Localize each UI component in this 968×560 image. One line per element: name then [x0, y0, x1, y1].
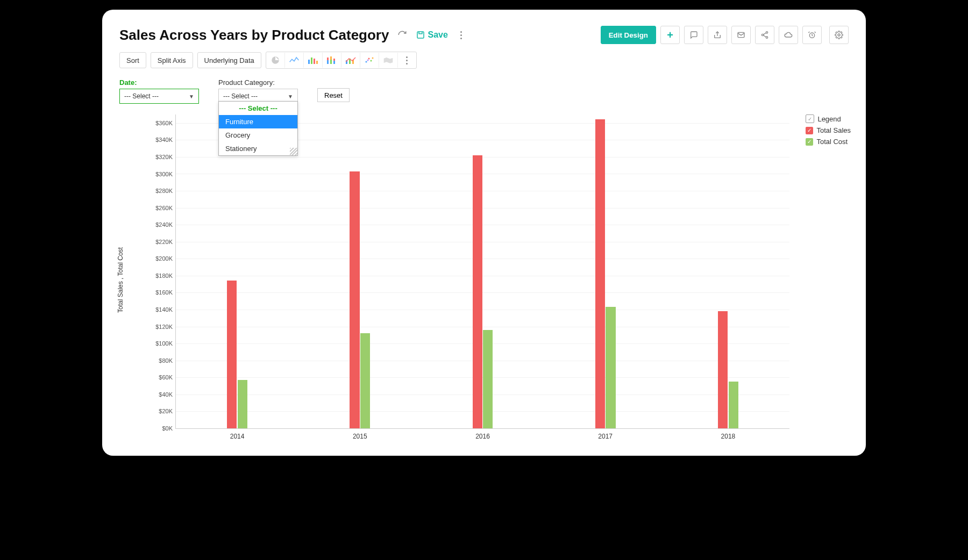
chevron-down-icon: ▼	[189, 94, 194, 99]
bar-total-sales[interactable]	[227, 281, 237, 428]
underlying-data-button[interactable]: Underlying Data	[197, 52, 261, 68]
bar-total-cost[interactable]	[606, 307, 615, 428]
svg-rect-11	[316, 61, 318, 64]
y-tick: $240K	[145, 221, 173, 228]
cloud-icon[interactable]	[779, 26, 798, 44]
chart-area: Total Sales , Total Cost ✓Legend ✓Total …	[124, 114, 849, 445]
x-tick: 2017	[544, 433, 667, 440]
map-chart-icon[interactable]	[379, 53, 398, 68]
dropdown-item-grocery[interactable]: Grocery	[219, 128, 297, 142]
y-tick: $280K	[145, 188, 173, 194]
y-tick: $80K	[145, 357, 173, 364]
svg-point-23	[370, 60, 372, 62]
sort-button[interactable]: Sort	[119, 52, 146, 68]
bar-total-cost[interactable]	[360, 333, 370, 428]
export-icon[interactable]	[708, 26, 727, 44]
y-tick: $360K	[145, 120, 173, 126]
more-charts-icon[interactable]	[398, 53, 416, 68]
pie-chart-icon[interactable]	[266, 53, 285, 68]
svg-point-21	[365, 61, 367, 63]
toolbar: Sort Split Axis Underlying Data	[119, 52, 849, 69]
x-tick: 2014	[176, 433, 298, 440]
more-icon[interactable]	[455, 29, 467, 41]
y-tick: $20K	[145, 408, 173, 414]
comment-icon[interactable]	[684, 26, 703, 44]
dropdown-item-stationery[interactable]: Stationery	[219, 142, 297, 155]
svg-point-25	[367, 60, 368, 61]
save-label: Save	[428, 30, 447, 40]
stacked-bar-icon[interactable]	[323, 53, 341, 68]
category-label: Product Category:	[218, 78, 298, 87]
chart-type-group	[266, 52, 417, 69]
legend-item-sales[interactable]: ✓Total Sales	[806, 126, 851, 134]
y-tick: $200K	[145, 255, 173, 262]
svg-point-22	[368, 58, 369, 60]
date-select[interactable]: --- Select --- ▼	[119, 89, 199, 104]
y-tick: $220K	[145, 239, 173, 245]
y-tick: $320K	[145, 154, 173, 160]
share-icon[interactable]	[755, 26, 774, 44]
y-tick: $40K	[145, 391, 173, 398]
y-tick: $60K	[145, 374, 173, 380]
header: Sales Across Years by Product Category S…	[119, 26, 849, 44]
mail-icon[interactable]	[731, 26, 751, 44]
scatter-chart-icon[interactable]	[360, 53, 379, 68]
plot: $0K$20K$40K$60K$80K$100K$120K$140K$160K$…	[175, 114, 789, 429]
y-axis-label: Total Sales , Total Cost	[117, 247, 124, 313]
resize-grip-icon[interactable]	[290, 148, 297, 155]
bar-total-cost[interactable]	[238, 380, 247, 428]
date-label: Date:	[119, 78, 199, 87]
category-select-value: --- Select ---	[223, 92, 258, 100]
filter-category: Product Category: --- Select --- ▼	[218, 78, 298, 104]
category-2015: 2015	[298, 114, 421, 428]
svg-rect-15	[330, 56, 332, 60]
chevron-down-icon: ▼	[288, 94, 293, 99]
svg-point-6	[838, 34, 840, 36]
legend-toggle[interactable]: ✓Legend	[806, 114, 851, 123]
category-dropdown: --- Select --- Furniture Grocery Station…	[218, 101, 298, 156]
alarm-icon[interactable]	[802, 26, 822, 44]
gear-icon[interactable]	[829, 26, 849, 44]
category-2017: 2017	[544, 114, 667, 428]
edit-design-button[interactable]: Edit Design	[601, 26, 656, 44]
report-window: Sales Across Years by Product Category S…	[102, 10, 866, 456]
legend: ✓Legend ✓Total Sales ✓Total Cost	[806, 114, 851, 149]
header-actions: Edit Design +	[601, 26, 849, 44]
y-tick: $140K	[145, 306, 173, 313]
svg-rect-13	[327, 58, 329, 60]
svg-rect-8	[308, 60, 310, 64]
bar-total-sales[interactable]	[595, 119, 605, 428]
refresh-icon[interactable]	[396, 29, 408, 41]
y-tick: $100K	[145, 340, 173, 347]
x-tick: 2018	[667, 433, 789, 440]
split-axis-button[interactable]: Split Axis	[151, 52, 193, 68]
y-tick: $0K	[145, 425, 173, 432]
add-button[interactable]: +	[660, 26, 680, 44]
bar-total-sales[interactable]	[350, 171, 359, 428]
x-tick: 2015	[298, 433, 421, 440]
date-select-value: --- Select ---	[124, 92, 159, 100]
combo-chart-icon[interactable]	[341, 53, 360, 68]
y-tick: $120K	[145, 324, 173, 330]
y-tick: $340K	[145, 137, 173, 143]
filters: Date: --- Select --- ▼ Product Category:…	[119, 78, 849, 104]
category-2018: 2018	[667, 114, 789, 428]
bar-total-sales[interactable]	[473, 155, 482, 428]
filter-date: Date: --- Select --- ▼	[119, 78, 199, 104]
dropdown-item-select[interactable]: --- Select ---	[219, 102, 297, 115]
reset-button[interactable]: Reset	[317, 88, 350, 102]
category-2014: 2014	[176, 114, 298, 428]
bar-chart-icon[interactable]	[304, 53, 323, 68]
line-chart-icon[interactable]	[285, 53, 304, 68]
y-tick: $260K	[145, 205, 173, 211]
category-2016: 2016	[421, 114, 544, 428]
bar-total-cost[interactable]	[729, 382, 738, 428]
y-tick: $160K	[145, 289, 173, 296]
bar-total-sales[interactable]	[718, 311, 728, 428]
bar-total-cost[interactable]	[483, 330, 493, 428]
save-button[interactable]: Save	[416, 30, 447, 40]
legend-item-cost[interactable]: ✓Total Cost	[806, 138, 851, 146]
svg-point-24	[372, 58, 373, 59]
svg-rect-9	[311, 58, 312, 64]
dropdown-item-furniture[interactable]: Furniture	[219, 115, 297, 128]
